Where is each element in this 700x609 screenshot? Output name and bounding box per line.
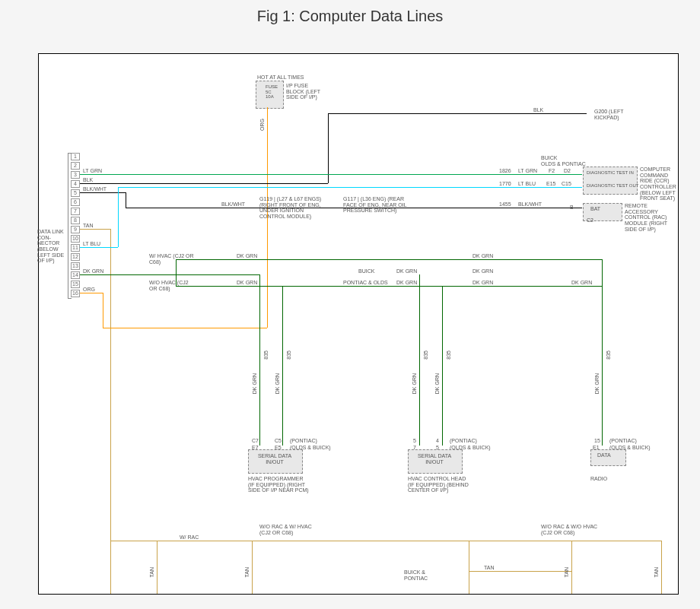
wire-bw5v [126, 192, 126, 208]
rac-bat: BAT [590, 206, 600, 212]
tan9-lbl: TAN [83, 223, 93, 229]
rac-desc: REMOTE ACCESSORY CONTROL (RAC) MODULE (R… [625, 203, 670, 232]
code835-1: 835 [263, 350, 269, 360]
wire-ltblu-v [118, 187, 119, 247]
dkgrn-vsplit [176, 259, 177, 286]
dlc-pin-9: 9 [71, 226, 80, 233]
tan-vl3: TAN [564, 567, 570, 577]
pin-b: B [570, 205, 574, 211]
tan-hl: TAN [484, 565, 494, 571]
dkgrn-r2: DK GRN [473, 268, 493, 274]
dlc-pin-2: 2 [71, 162, 80, 170]
wire-tan9v [110, 229, 111, 594]
wire-ltblu-h [118, 187, 582, 188]
radio-lbl: RADIO [590, 476, 607, 482]
dkgrn-v2 [282, 286, 283, 446]
dkgrn-v1 [259, 274, 260, 446]
serial2: SERIAL DATA IN/OUT [415, 453, 453, 465]
ltgrn-lbl2: LT GRN [518, 168, 537, 174]
data-lbl: DATA [597, 452, 611, 458]
wire-ltblu [80, 247, 118, 248]
dlc-pin-14: 14 [71, 271, 80, 279]
pin-c7: C7 [252, 438, 259, 444]
tan-hbot [110, 541, 662, 541]
tan-vl2: TAN [244, 567, 250, 577]
dkgrn-r4: DK GRN [571, 280, 592, 286]
dlc-pin-5: 5 [71, 189, 80, 197]
dlc-pin-4: 4 [71, 180, 80, 188]
dlc-pin-6: 6 [71, 198, 80, 206]
blk4-lbl: BLK [83, 177, 93, 183]
wire-bw5 [80, 192, 126, 193]
pontiac-3: (PONTIAC) [609, 438, 637, 444]
dkgrn-m2: DK GRN [396, 280, 417, 286]
bw5-lbl3: BLK/WHT [518, 201, 542, 208]
ccr-testout: DIAGNOSTIC TEST OUT [587, 183, 638, 189]
dkgrn-h3 [176, 286, 602, 287]
dkgrn14-lbl: DK GRN [83, 268, 103, 274]
tan-v2 [252, 541, 253, 594]
code835-3: 835 [423, 350, 429, 360]
dkgrn-r3: DK GRN [473, 280, 493, 286]
code835-5: 835 [606, 350, 612, 360]
wire-ltgrn [80, 174, 582, 175]
tan-v1 [157, 541, 158, 594]
wire-org16v [103, 293, 103, 328]
pontiac-2: (PONTIAC) [450, 438, 477, 444]
ccr-buick: BUICK [541, 155, 557, 161]
dlc-pin-8: 8 [71, 217, 80, 224]
pin-c15: C15 [562, 181, 571, 187]
pin-15: 15 [594, 438, 600, 444]
buick-pontiac-lbl: BUICK & PONTIAC [404, 569, 442, 581]
dkgrn-m1: DK GRN [396, 268, 417, 274]
code835-2: 835 [286, 350, 292, 360]
ltblu-lbl2: LT BLU [518, 181, 536, 187]
wire-dkgrn14 [80, 274, 176, 275]
dkgrn-vl2: DK GRN [275, 373, 281, 394]
dkgrn-vl4: DK GRN [434, 373, 441, 394]
dlc-pin-16: 16 [71, 290, 80, 297]
wiring-diagram: HOT AT ALL TIMES FUSE 5C 10A I/P FUSE BL… [38, 53, 679, 595]
wire-tan9 [80, 229, 110, 230]
dkgrn-h1-lbl: DK GRN [237, 253, 257, 259]
dlc-pin-7: 7 [71, 208, 80, 215]
pin-f2: F2 [549, 168, 555, 174]
code-1826: 1826 [499, 168, 511, 174]
fuse-label: FUSE 5C 10A [266, 84, 278, 100]
pin-e15: E15 [546, 181, 555, 187]
dlc-pin-10: 10 [71, 235, 80, 243]
wire-blk-top [328, 113, 587, 114]
pontiac-1: (PONTIAC) [290, 438, 317, 444]
dkgrn-r1: DK GRN [473, 253, 493, 259]
dlc-pin-13: 13 [71, 262, 80, 270]
bw5-lbl: BLK/WHT [83, 186, 107, 192]
bw5-lbl2: BLK/WHT [221, 201, 245, 208]
dkgrn-v3 [419, 274, 420, 446]
fuse-desc: I/P FUSE BLOCK (LEFT SIDE OF I/P) [286, 83, 324, 100]
pontiac-mid: PONTIAC & OLDS [343, 280, 388, 286]
dlc-pin-1: 1 [71, 153, 80, 160]
ltblu-lbl: LT BLU [83, 241, 100, 247]
hvac-prog-lbl: HVAC PROGRAMMER (IF EQUIPPED) (RIGHT SID… [248, 476, 309, 493]
tan-vl4: TAN [654, 567, 660, 577]
dkgrn-v4 [442, 286, 443, 446]
code835-4: 835 [446, 350, 452, 360]
dkgrn-vl3: DK GRN [412, 373, 418, 394]
dlc-pin-12: 12 [71, 253, 80, 261]
code-1455: 1455 [499, 201, 511, 208]
wire-org16 [80, 293, 103, 293]
worac-whvac-lbl: W/O RAC & W/ HVAC (CJ2 OR C68) [259, 524, 320, 535]
wire-blk4 [80, 183, 328, 184]
wire-org16h [103, 328, 267, 328]
dkgrn-h2 [176, 274, 259, 275]
tan-hbot2 [469, 571, 571, 572]
dkgrn-vsplit2 [602, 259, 603, 286]
figure-title: Fig 1: Computer Data Lines [0, 0, 700, 33]
pin-c2: C2 [587, 217, 593, 224]
dlc-pin-15: 15 [71, 281, 80, 288]
hot-label: HOT AT ALL TIMES [257, 75, 304, 81]
hvac-head-lbl: HVAC CONTROL HEAD (IF EQUIPPED) (BEHIND … [408, 476, 469, 493]
dkgrn-h3-lbl: DK GRN [237, 280, 257, 286]
dkgrn-vl1: DK GRN [252, 373, 258, 394]
worac-wohvac-lbl: W/O RAC & W/O HVAC (CJ2 OR C68) [541, 524, 602, 535]
